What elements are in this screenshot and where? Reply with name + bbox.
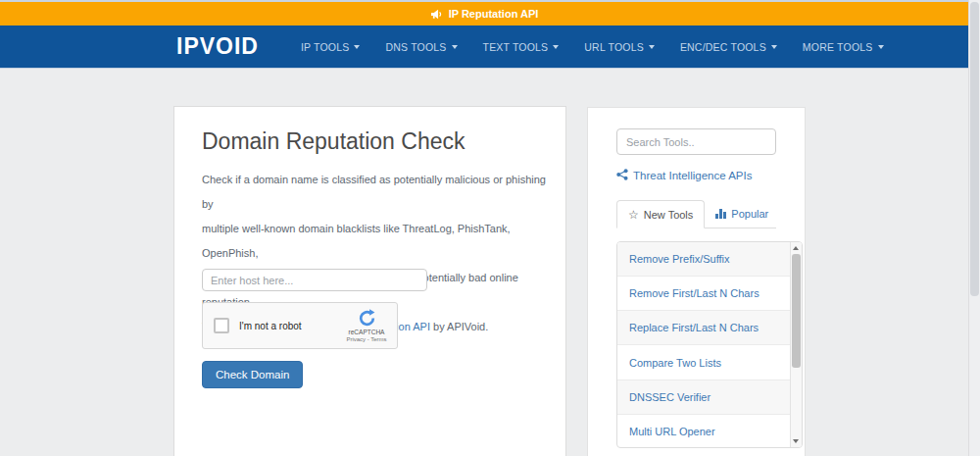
announcement-banner-link[interactable]: IP Reputation API [0,2,968,25]
nav-menu-item-label: TEXT TOOLS [483,41,549,53]
tools-list-scrollbar[interactable] [790,242,802,447]
recaptcha-brand-name: reCAPTCHA [343,329,390,335]
sidebar-card: Threat Intelligence APIs ☆ New Tools Pop… [587,107,806,456]
description-line: multiple well-known domain blacklists li… [202,217,560,266]
page-scrollbar[interactable] [968,0,980,456]
nav-menu-item-label: DNS TOOLS [385,41,446,53]
tool-list-item[interactable]: Compare Two Lists [617,345,802,380]
tools-list-scrollbar-thumb[interactable] [792,254,801,368]
share-icon [616,169,628,182]
tab-popular[interactable]: Popular [705,199,779,228]
megaphone-icon [430,9,443,20]
scroll-up-icon[interactable] [793,246,799,250]
recaptcha-brand: reCAPTCHA Privacy - Terms [343,309,390,342]
check-domain-button[interactable]: Check Domain [202,361,303,388]
announcement-banner-label: IP Reputation API [449,8,539,20]
sidebar-tabs: ☆ New Tools Popular [616,199,776,228]
tool-list-item[interactable]: DNSSEC Verifier [617,380,802,415]
page-title: Domain Reputation Check [202,128,465,155]
nav-menu-item-label: IP TOOLS [301,41,349,53]
caret-down-icon [878,45,884,49]
tool-list-item[interactable]: Remove Prefix/Suffix [617,242,802,277]
nav-menu-item[interactable]: URL TOOLS [571,25,667,68]
threat-intelligence-apis-label: Threat Intelligence APIs [633,170,752,181]
tab-popular-label: Popular [731,208,768,220]
main-navbar: IPVOID IP TOOLS DNS TOOLS TEXT TOOLS URL… [0,25,968,69]
nav-menu-item-label: MORE TOOLS [803,41,873,53]
recaptcha-icon [343,309,390,328]
caret-down-icon [452,45,458,49]
star-icon: ☆ [628,209,639,221]
recaptcha-checkbox[interactable] [214,318,229,333]
host-input[interactable] [202,269,427,291]
tool-list-item[interactable]: Multi URL Opener [617,415,802,448]
caret-down-icon [771,45,777,49]
nav-menu-item-label: ENC/DEC TOOLS [680,41,766,53]
tab-new-tools[interactable]: ☆ New Tools [616,200,705,228]
description-line: Check if a domain name is classified as … [202,168,560,217]
tab-new-tools-label: New Tools [644,209,694,221]
tool-list-item-label: Multi URL Opener [629,426,715,437]
main-content-card: Domain Reputation Check Check if a domai… [173,106,566,456]
nav-menu: IP TOOLS DNS TOOLS TEXT TOOLS URL TOOLS … [288,25,897,68]
tool-list-item[interactable]: Replace First/Last N Chars [617,311,802,345]
nav-menu-item-label: URL TOOLS [584,41,644,53]
site-logo[interactable]: IPVOID [176,33,259,60]
nav-menu-item[interactable]: IP TOOLS [288,25,372,68]
nav-menu-item[interactable]: MORE TOOLS [790,25,897,68]
caret-down-icon [553,45,559,49]
tool-list-item-label: Remove First/Last N Chars [629,287,760,299]
new-tools-list: Remove Prefix/Suffix Remove First/Last N… [616,241,803,448]
recaptcha-label: I'm not a robot [239,321,302,331]
tool-list-item-label: DNSSEC Verifier [629,391,710,403]
caret-down-icon [649,45,655,49]
bar-chart-icon [715,209,726,219]
search-tools-input[interactable] [616,128,776,155]
nav-menu-item[interactable]: DNS TOOLS [372,25,469,68]
recaptcha-privacy-terms-links[interactable]: Privacy - Terms [343,336,390,342]
page-scrollbar-thumb[interactable] [970,2,979,296]
tool-list-item-label: Remove Prefix/Suffix [629,253,730,265]
threat-intelligence-apis-link[interactable]: Threat Intelligence APIs [616,169,752,182]
nav-menu-item[interactable]: ENC/DEC TOOLS [667,25,790,68]
nav-menu-item[interactable]: TEXT TOOLS [470,25,572,68]
tool-list-item-label: Replace First/Last N Chars [629,322,759,333]
recaptcha-widget: I'm not a robot reCAPTCHA Privacy - Term… [202,302,398,349]
tool-list-item[interactable]: Remove First/Last N Chars [617,277,802,311]
scroll-down-icon[interactable] [793,439,799,443]
tool-list-item-label: Compare Two Lists [629,357,721,369]
caret-down-icon [354,45,360,49]
